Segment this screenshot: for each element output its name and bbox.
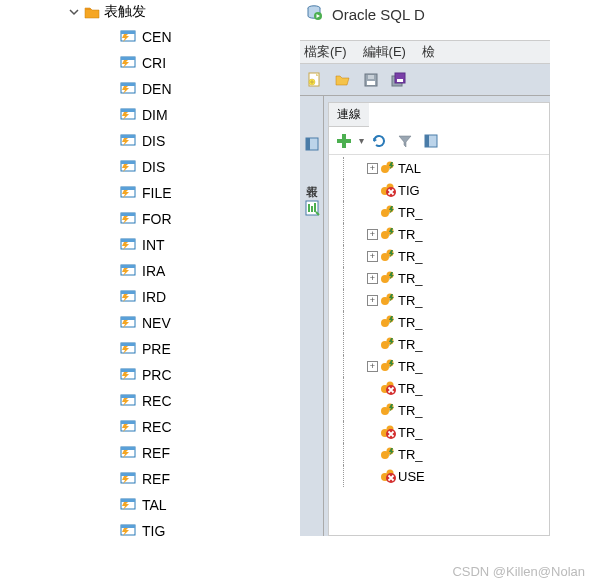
open-button[interactable] — [332, 69, 354, 91]
tree-item[interactable]: TIG — [0, 518, 200, 544]
report-icon[interactable] — [304, 200, 320, 216]
tree-row[interactable]: USE — [337, 465, 549, 487]
trigger-status-icon — [380, 182, 396, 198]
expand-spacer — [367, 383, 378, 394]
tree-guide — [337, 267, 365, 289]
menu-file[interactable]: 檔案(F) — [304, 43, 347, 61]
tree-item[interactable]: REF — [0, 466, 200, 492]
tree-item[interactable]: PRE — [0, 336, 200, 362]
chevron-down-icon — [68, 6, 80, 18]
trigger-icon — [120, 29, 136, 45]
expand-spacer — [367, 317, 378, 328]
tree-row-label: TIG — [398, 183, 420, 198]
tree-item[interactable]: FOR — [0, 206, 200, 232]
refresh-button[interactable] — [368, 130, 390, 152]
menu-view[interactable]: 檢 — [422, 43, 435, 61]
trigger-status-icon — [380, 204, 396, 220]
menu-bar: 檔案(F) 編輯(E) 檢 — [300, 40, 550, 64]
connections-tab[interactable]: 連線 — [329, 103, 369, 127]
tree-item-label: TIG — [142, 523, 165, 539]
tree-item-label: REF — [142, 471, 170, 487]
tree-row[interactable]: +TR_ — [337, 245, 549, 267]
tree-guide — [337, 377, 365, 399]
tree-item[interactable]: DIS — [0, 128, 200, 154]
tree-item[interactable]: REF — [0, 440, 200, 466]
tree-row[interactable]: +TAL — [337, 157, 549, 179]
tree-row[interactable]: +TR_ — [337, 355, 549, 377]
dropdown-arrow-icon[interactable]: ▾ — [359, 135, 364, 146]
expand-spacer — [367, 339, 378, 350]
trigger-status-icon — [380, 336, 396, 352]
tree-row[interactable]: TR_ — [337, 377, 549, 399]
connections-body: 連線 ▾ +TALTIGTR_+TR_+TR_+TR_+TR_TR_TR_+TR… — [328, 102, 550, 536]
tree-row-label: TR_ — [398, 249, 423, 264]
tree-item[interactable]: CRI — [0, 50, 200, 76]
trigger-icon — [120, 81, 136, 97]
tree-item[interactable]: TAL — [0, 492, 200, 518]
tree-item-label: REC — [142, 393, 172, 409]
menu-edit[interactable]: 編輯(E) — [363, 43, 406, 61]
save-button[interactable] — [360, 69, 382, 91]
add-button[interactable] — [333, 130, 355, 152]
app-icon — [306, 4, 326, 24]
tree-row-label: TR_ — [398, 381, 423, 396]
tree-guide — [337, 333, 365, 355]
panel-icon[interactable] — [304, 136, 320, 152]
tree-row[interactable]: +TR_ — [337, 223, 549, 245]
tree-item[interactable]: NEV — [0, 310, 200, 336]
panel-toggle-button[interactable] — [420, 130, 442, 152]
trigger-icon — [120, 55, 136, 71]
tree-row[interactable]: TR_ — [337, 399, 549, 421]
tree-row[interactable]: TR_ — [337, 443, 549, 465]
expand-spacer — [367, 207, 378, 218]
tree-item-label: REC — [142, 419, 172, 435]
trigger-icon — [120, 159, 136, 175]
expand-toggle[interactable]: + — [367, 361, 378, 372]
expand-spacer — [367, 405, 378, 416]
tree-item[interactable]: REC — [0, 414, 200, 440]
tree-row[interactable]: TR_ — [337, 421, 549, 443]
trigger-status-icon — [380, 160, 396, 176]
tree-item-label: CEN — [142, 29, 172, 45]
tree-item-label: PRE — [142, 341, 171, 357]
side-tab-reports[interactable]: 報表 — [303, 172, 320, 180]
expand-toggle[interactable]: + — [367, 163, 378, 174]
folder-row[interactable]: 表触发 — [0, 0, 200, 24]
expand-toggle[interactable]: + — [367, 251, 378, 262]
tree-item[interactable]: DIS — [0, 154, 200, 180]
tree-row-label: TAL — [398, 161, 421, 176]
tree-row[interactable]: TR_ — [337, 311, 549, 333]
expand-toggle[interactable]: + — [367, 273, 378, 284]
main-toolbar — [300, 64, 550, 96]
tree-item[interactable]: FILE — [0, 180, 200, 206]
tree-item[interactable]: CEN — [0, 24, 200, 50]
tree-guide — [337, 399, 365, 421]
trigger-status-icon — [380, 270, 396, 286]
tree-row-label: TR_ — [398, 425, 423, 440]
tree-item-label: NEV — [142, 315, 171, 331]
tree-row[interactable]: +TR_ — [337, 267, 549, 289]
tree-row[interactable]: TR_ — [337, 333, 549, 355]
tree-item[interactable]: DEN — [0, 76, 200, 102]
tree-item[interactable]: IRA — [0, 258, 200, 284]
tree-row[interactable]: TIG — [337, 179, 549, 201]
tree-row[interactable]: TR_ — [337, 201, 549, 223]
trigger-status-icon — [380, 380, 396, 396]
tree-item[interactable]: REC — [0, 388, 200, 414]
save-all-button[interactable] — [388, 69, 410, 91]
expand-toggle[interactable]: + — [367, 295, 378, 306]
tree-item[interactable]: IRD — [0, 284, 200, 310]
trigger-icon — [120, 185, 136, 201]
tree-row[interactable]: +TR_ — [337, 289, 549, 311]
expand-toggle[interactable]: + — [367, 229, 378, 240]
tree-item[interactable]: DIM — [0, 102, 200, 128]
expand-spacer — [367, 427, 378, 438]
expand-spacer — [367, 471, 378, 482]
tree-guide — [337, 157, 365, 179]
new-button[interactable] — [304, 69, 326, 91]
filter-button[interactable] — [394, 130, 416, 152]
tree-item-label: DIS — [142, 133, 165, 149]
tree-item[interactable]: PRC — [0, 362, 200, 388]
folder-label: 表触发 — [104, 3, 146, 21]
tree-item[interactable]: INT — [0, 232, 200, 258]
